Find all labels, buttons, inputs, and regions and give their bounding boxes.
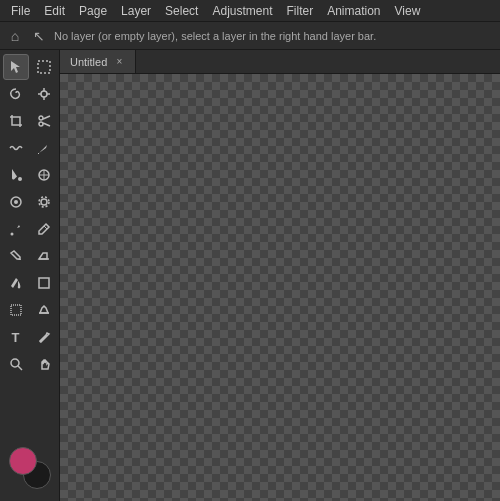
canvas-viewport[interactable] — [60, 74, 500, 501]
menu-page[interactable]: Page — [72, 2, 114, 20]
menu-bar: File Edit Page Layer Select Adjustment F… — [0, 0, 500, 22]
wave-tool[interactable] — [3, 135, 29, 161]
tool-row-6 — [2, 189, 57, 215]
hand-tool[interactable] — [31, 351, 57, 377]
tool-row-12 — [2, 351, 57, 377]
tool-row-4 — [2, 135, 57, 161]
lasso-tool[interactable] — [3, 81, 29, 107]
tab-close-button[interactable]: × — [113, 56, 125, 68]
tool-row-9 — [2, 270, 57, 296]
brush-tool[interactable] — [3, 216, 29, 242]
svg-point-23 — [41, 199, 47, 205]
toolbar-bottom — [2, 447, 57, 497]
menu-adjustment[interactable]: Adjustment — [205, 2, 279, 20]
svg-point-17 — [18, 177, 22, 181]
fill-tool[interactable] — [3, 162, 29, 188]
eyedropper-tool[interactable] — [31, 324, 57, 350]
svg-point-12 — [39, 116, 43, 120]
tool-row-7 — [2, 216, 57, 242]
eraser-tool[interactable] — [31, 243, 57, 269]
magic-select-tool[interactable] — [31, 81, 57, 107]
tool-row-11: T — [2, 324, 57, 350]
svg-line-14 — [43, 116, 50, 119]
svg-point-25 — [10, 233, 13, 236]
tool-row-2 — [2, 81, 57, 107]
main-area: T Untitled × — [0, 50, 500, 501]
smudge-tool[interactable] — [3, 243, 29, 269]
svg-point-22 — [14, 200, 18, 204]
svg-marker-0 — [11, 61, 20, 73]
menu-view[interactable]: View — [388, 2, 428, 20]
tool-row-8 — [2, 243, 57, 269]
toolbar: T — [0, 50, 60, 501]
tool-row-10 — [2, 297, 57, 323]
svg-rect-1 — [38, 61, 50, 73]
pen-tool[interactable] — [31, 135, 57, 161]
clone-tool[interactable] — [31, 162, 57, 188]
menu-layer[interactable]: Layer — [114, 2, 158, 20]
tab-bar: Untitled × — [60, 50, 500, 74]
svg-line-33 — [18, 366, 22, 370]
svg-point-31 — [39, 341, 41, 343]
tool-row-3 — [2, 108, 57, 134]
tool-row-5 — [2, 162, 57, 188]
svg-line-16 — [38, 153, 39, 154]
gear-tool[interactable] — [31, 189, 57, 215]
svg-rect-29 — [11, 305, 21, 315]
zoom-tool[interactable] — [3, 351, 29, 377]
menu-file[interactable]: File — [4, 2, 37, 20]
foreground-color-swatch[interactable] — [9, 447, 37, 475]
rect-shape-tool[interactable] — [31, 270, 57, 296]
canvas-area: Untitled × — [60, 50, 500, 501]
svg-rect-7 — [12, 117, 20, 125]
svg-point-6 — [41, 91, 47, 97]
svg-rect-28 — [39, 278, 49, 288]
hat-tool[interactable] — [31, 297, 57, 323]
empty-rect-tool[interactable] — [3, 297, 29, 323]
document-tab[interactable]: Untitled × — [60, 50, 136, 73]
tab-title: Untitled — [70, 56, 107, 68]
canvas-checkered-background — [60, 74, 500, 501]
svg-line-26 — [44, 226, 47, 229]
marquee-tool[interactable] — [31, 54, 57, 80]
pencil-tool[interactable] — [31, 216, 57, 242]
text-tool[interactable]: T — [3, 324, 29, 350]
paint-bucket-tool[interactable] — [3, 270, 29, 296]
info-bar: ⌂ ↖ No layer (or empty layer), select a … — [0, 22, 500, 50]
color-swatches — [9, 447, 51, 489]
text-tool-label: T — [12, 330, 20, 345]
tool-row-1 — [2, 54, 57, 80]
menu-filter[interactable]: Filter — [279, 2, 320, 20]
menu-select[interactable]: Select — [158, 2, 205, 20]
menu-edit[interactable]: Edit — [37, 2, 72, 20]
crop-tool[interactable] — [3, 108, 29, 134]
eye-tool[interactable] — [3, 189, 29, 215]
svg-line-15 — [43, 123, 50, 126]
home-icon[interactable]: ⌂ — [6, 27, 24, 45]
svg-point-13 — [39, 122, 43, 126]
select-tool[interactable] — [3, 54, 29, 80]
scissors-tool[interactable] — [31, 108, 57, 134]
arrow-icon[interactable]: ↖ — [30, 27, 48, 45]
svg-point-32 — [11, 359, 19, 367]
menu-animation[interactable]: Animation — [320, 2, 387, 20]
info-text: No layer (or empty layer), select a laye… — [54, 30, 376, 42]
